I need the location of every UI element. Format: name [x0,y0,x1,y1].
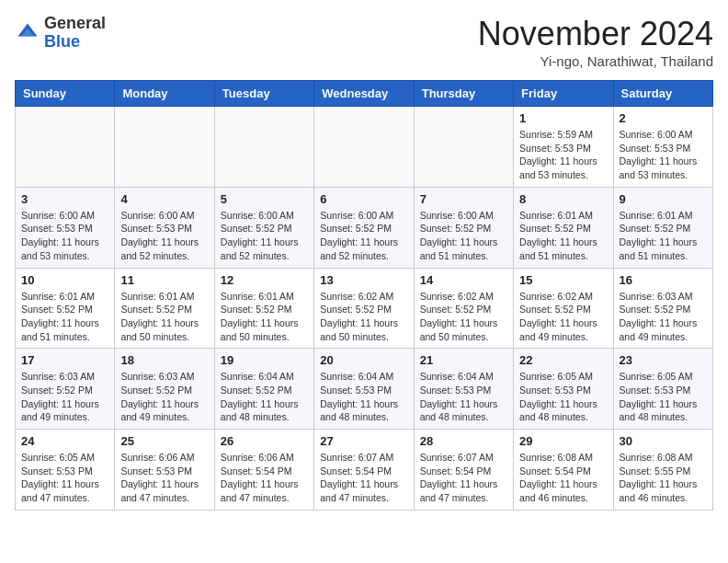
day-number: 4 [120,192,208,206]
calendar-cell [115,107,214,188]
weekday-header: Tuesday [214,81,313,107]
day-number: 23 [620,353,707,367]
day-number: 5 [221,192,308,206]
day-info: Sunrise: 6:00 AM Sunset: 5:52 PM Dayligh… [420,209,507,263]
day-info: Sunrise: 6:01 AM Sunset: 5:52 PM Dayligh… [21,290,108,344]
day-info: Sunrise: 6:00 AM Sunset: 5:53 PM Dayligh… [120,209,208,263]
weekday-header: Wednesday [314,81,414,107]
calendar-cell: 6Sunrise: 6:00 AM Sunset: 5:52 PM Daylig… [314,187,414,268]
day-number: 6 [320,192,407,206]
day-info: Sunrise: 6:05 AM Sunset: 5:53 PM Dayligh… [620,370,707,424]
day-number: 8 [519,192,607,206]
day-number: 24 [21,434,108,448]
day-info: Sunrise: 6:01 AM Sunset: 5:52 PM Dayligh… [221,290,308,344]
day-info: Sunrise: 6:00 AM Sunset: 5:53 PM Dayligh… [21,209,108,263]
day-info: Sunrise: 6:02 AM Sunset: 5:52 PM Dayligh… [420,290,507,344]
day-info: Sunrise: 6:02 AM Sunset: 5:52 PM Dayligh… [519,290,607,344]
day-number: 15 [519,273,607,287]
calendar-cell [214,107,313,188]
calendar-cell: 30Sunrise: 6:08 AM Sunset: 5:55 PM Dayli… [613,430,712,511]
day-info: Sunrise: 6:00 AM Sunset: 5:52 PM Dayligh… [320,209,407,263]
month-title: November 2024 [478,15,713,53]
day-number: 22 [519,353,607,367]
day-number: 21 [420,353,507,367]
calendar-cell: 15Sunrise: 6:02 AM Sunset: 5:52 PM Dayli… [514,268,613,349]
day-number: 30 [620,434,707,448]
calendar-cell: 23Sunrise: 6:05 AM Sunset: 5:53 PM Dayli… [613,349,712,430]
calendar-cell: 8Sunrise: 6:01 AM Sunset: 5:52 PM Daylig… [514,187,613,268]
day-info: Sunrise: 6:06 AM Sunset: 5:53 PM Dayligh… [120,451,208,505]
calendar-week-row: 17Sunrise: 6:03 AM Sunset: 5:52 PM Dayli… [16,349,713,430]
day-info: Sunrise: 6:06 AM Sunset: 5:54 PM Dayligh… [221,451,308,505]
day-info: Sunrise: 6:08 AM Sunset: 5:55 PM Dayligh… [620,451,707,505]
calendar-cell: 5Sunrise: 6:00 AM Sunset: 5:52 PM Daylig… [214,187,313,268]
calendar-cell: 25Sunrise: 6:06 AM Sunset: 5:53 PM Dayli… [115,430,214,511]
day-info: Sunrise: 6:07 AM Sunset: 5:54 PM Dayligh… [320,451,407,505]
calendar-cell: 1Sunrise: 5:59 AM Sunset: 5:53 PM Daylig… [514,107,613,188]
day-number: 20 [320,353,407,367]
calendar-cell: 17Sunrise: 6:03 AM Sunset: 5:52 PM Dayli… [16,349,115,430]
calendar-cell [414,107,513,188]
calendar-cell: 14Sunrise: 6:02 AM Sunset: 5:52 PM Dayli… [414,268,513,349]
day-number: 14 [420,273,507,287]
calendar-cell [16,107,115,188]
logo-line1: General [44,15,106,33]
calendar-cell: 4Sunrise: 6:00 AM Sunset: 5:53 PM Daylig… [115,187,214,268]
day-info: Sunrise: 6:03 AM Sunset: 5:52 PM Dayligh… [620,290,707,344]
location: Yi-ngo, Narathiwat, Thailand [478,53,713,69]
weekday-header: Monday [115,81,214,107]
calendar-cell: 10Sunrise: 6:01 AM Sunset: 5:52 PM Dayli… [16,268,115,349]
day-info: Sunrise: 6:05 AM Sunset: 5:53 PM Dayligh… [519,370,607,424]
calendar-week-row: 1Sunrise: 5:59 AM Sunset: 5:53 PM Daylig… [16,107,713,188]
calendar-cell [314,107,414,188]
day-number: 7 [420,192,507,206]
calendar-table: SundayMondayTuesdayWednesdayThursdayFrid… [15,80,713,511]
day-number: 12 [221,273,308,287]
calendar-cell: 7Sunrise: 6:00 AM Sunset: 5:52 PM Daylig… [414,187,513,268]
calendar-header-row: SundayMondayTuesdayWednesdayThursdayFrid… [16,81,713,107]
day-info: Sunrise: 6:01 AM Sunset: 5:52 PM Dayligh… [120,290,208,344]
weekday-header: Sunday [16,81,115,107]
day-info: Sunrise: 6:01 AM Sunset: 5:52 PM Dayligh… [620,209,707,263]
calendar-cell: 20Sunrise: 6:04 AM Sunset: 5:53 PM Dayli… [314,349,414,430]
weekday-header: Friday [514,81,613,107]
calendar-cell: 24Sunrise: 6:05 AM Sunset: 5:53 PM Dayli… [16,430,115,511]
calendar-cell: 18Sunrise: 6:03 AM Sunset: 5:52 PM Dayli… [115,349,214,430]
calendar-cell: 22Sunrise: 6:05 AM Sunset: 5:53 PM Dayli… [514,349,613,430]
calendar-cell: 21Sunrise: 6:04 AM Sunset: 5:53 PM Dayli… [414,349,513,430]
calendar-cell: 12Sunrise: 6:01 AM Sunset: 5:52 PM Dayli… [214,268,313,349]
calendar-cell: 29Sunrise: 6:08 AM Sunset: 5:54 PM Dayli… [514,430,613,511]
day-number: 28 [420,434,507,448]
day-number: 26 [221,434,308,448]
day-number: 10 [21,273,108,287]
calendar-cell: 2Sunrise: 6:00 AM Sunset: 5:53 PM Daylig… [613,107,712,188]
calendar-cell: 13Sunrise: 6:02 AM Sunset: 5:52 PM Dayli… [314,268,414,349]
day-number: 13 [320,273,407,287]
day-info: Sunrise: 5:59 AM Sunset: 5:53 PM Dayligh… [519,128,607,182]
day-number: 16 [620,273,707,287]
day-info: Sunrise: 6:00 AM Sunset: 5:52 PM Dayligh… [221,209,308,263]
day-number: 3 [21,192,108,206]
day-info: Sunrise: 6:04 AM Sunset: 5:53 PM Dayligh… [420,370,507,424]
logo-line2: Blue [44,33,106,52]
page-header: General Blue November 2024 Yi-ngo, Narat… [15,15,713,69]
day-number: 29 [519,434,607,448]
calendar-cell: 27Sunrise: 6:07 AM Sunset: 5:54 PM Dayli… [314,430,414,511]
calendar-cell: 16Sunrise: 6:03 AM Sunset: 5:52 PM Dayli… [613,268,712,349]
calendar-cell: 28Sunrise: 6:07 AM Sunset: 5:54 PM Dayli… [414,430,513,511]
day-number: 1 [519,111,607,125]
day-info: Sunrise: 6:04 AM Sunset: 5:53 PM Dayligh… [320,370,407,424]
calendar-week-row: 24Sunrise: 6:05 AM Sunset: 5:53 PM Dayli… [16,430,713,511]
day-info: Sunrise: 6:03 AM Sunset: 5:52 PM Dayligh… [120,370,208,424]
weekday-header: Saturday [613,81,712,107]
day-info: Sunrise: 6:07 AM Sunset: 5:54 PM Dayligh… [420,451,507,505]
day-number: 19 [221,353,308,367]
calendar-cell: 3Sunrise: 6:00 AM Sunset: 5:53 PM Daylig… [16,187,115,268]
logo: General Blue [15,15,106,52]
title-block: November 2024 Yi-ngo, Narathiwat, Thaila… [478,15,713,69]
day-info: Sunrise: 6:00 AM Sunset: 5:53 PM Dayligh… [620,128,707,182]
calendar-cell: 11Sunrise: 6:01 AM Sunset: 5:52 PM Dayli… [115,268,214,349]
day-info: Sunrise: 6:04 AM Sunset: 5:52 PM Dayligh… [221,370,308,424]
day-info: Sunrise: 6:05 AM Sunset: 5:53 PM Dayligh… [21,451,108,505]
day-number: 27 [320,434,407,448]
